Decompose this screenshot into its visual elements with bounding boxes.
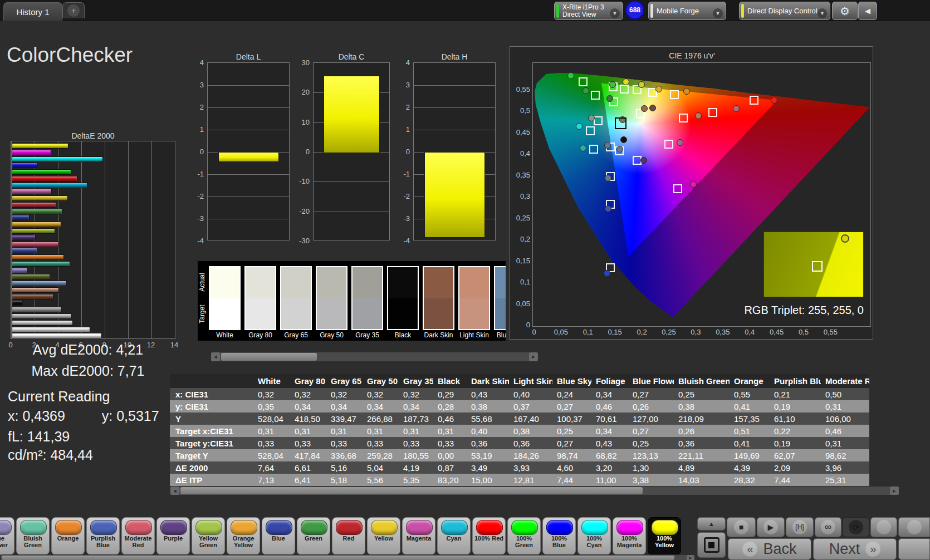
strip-scrollbar[interactable]: ◄ ► <box>211 352 539 362</box>
patch-button-label: 100% Yellow <box>649 535 679 548</box>
cie-measured-dot <box>588 115 595 121</box>
blank-transport-button[interactable] <box>870 517 897 537</box>
table-cell: 0,25 <box>552 426 591 436</box>
scroll-left-icon[interactable]: ◄ <box>170 487 179 495</box>
table-cell: 0,25 <box>628 439 674 448</box>
play-button[interactable]: ▶ <box>757 517 785 537</box>
stop-button[interactable]: ■ <box>727 517 756 537</box>
patch-button-100-yellow[interactable]: 100% Yellow <box>648 517 681 555</box>
clipped-transport-button[interactable] <box>898 517 930 537</box>
cie-target-square <box>591 91 600 100</box>
patch-button-label: 100% Blue <box>544 535 574 548</box>
patch-button-orange-yellow[interactable]: Orange Yellow <box>227 517 260 555</box>
scroll-left-icon[interactable]: ◄ <box>211 352 220 361</box>
patch-bar-scrollbar-thumb[interactable] <box>2 556 674 560</box>
axis-tick-label: 30 <box>291 58 310 67</box>
patch-button-moderate-red[interactable]: Moderate Red <box>121 517 155 555</box>
strip-scrollbar-thumb[interactable] <box>221 353 317 361</box>
patch-bar-scrollbar[interactable]: ► <box>0 554 695 560</box>
column-header-gray-35: Gray 35 <box>399 376 433 386</box>
axis-tick-label: 0,4 <box>511 149 530 158</box>
infinity-icon: ∞ <box>821 520 835 534</box>
table-cell: 187,73 <box>399 414 433 424</box>
axis-tick-label: 0 <box>511 321 530 329</box>
table-cell: 0,38 <box>509 426 552 436</box>
settings-button[interactable]: ⚙ <box>832 2 858 20</box>
tab-history-1[interactable]: History 1 <box>3 2 62 21</box>
table-cell: 218,09 <box>674 414 730 424</box>
table-cell: 180,55 <box>399 451 433 460</box>
patch-button-cyan[interactable]: Cyan <box>437 517 471 555</box>
deltae-bar-100-blue <box>12 163 38 168</box>
back-button[interactable]: « Back <box>728 538 811 560</box>
patch-button-bluish-green[interactable]: Bluish Green <box>16 517 50 555</box>
clipped-next-button[interactable] <box>898 538 930 560</box>
patch-button-100-red[interactable]: 100% Red <box>472 517 506 555</box>
patch-window-button[interactable] <box>697 532 726 558</box>
column-header-purplish-blue: Purplish Blue <box>770 376 821 386</box>
table-cell: 0,87 <box>433 463 467 473</box>
back-label: Back <box>763 541 796 558</box>
loop-button[interactable]: ∞ <box>815 517 841 537</box>
patch-button-100-cyan[interactable]: 100% Cyan <box>577 517 611 555</box>
collapse-panel-button[interactable]: ◀ <box>858 2 877 20</box>
patch-button-purple[interactable]: Purple <box>156 517 190 555</box>
gridline <box>414 85 495 86</box>
patch-button-purplish-blue[interactable]: Purplish Blue <box>86 517 120 555</box>
table-cell: 0,27 <box>552 439 591 448</box>
table-cell: 418,50 <box>290 414 326 424</box>
table-cell: 4,60 <box>552 463 591 473</box>
next-button[interactable]: Next » <box>813 538 897 560</box>
patch-button-blue-flower[interactable]: Blue Flower <box>0 517 14 555</box>
cie-measured-dot <box>604 142 611 149</box>
patch-blue-sky <box>494 266 506 330</box>
swatch-color <box>476 520 503 535</box>
patch-button-orange[interactable]: Orange <box>51 517 85 555</box>
table-cell: 0,31 <box>821 402 869 411</box>
current-patch-inset <box>763 232 864 297</box>
patch-button-magenta[interactable]: Magenta <box>402 517 435 555</box>
meter-dropdown[interactable]: X-Rite i1Pro 3 Direct View ▼ <box>554 2 623 20</box>
refresh-button[interactable]: ⟳ <box>843 517 869 537</box>
deltae-bar-light-skin <box>12 287 59 293</box>
patch-button-yellow-green[interactable]: Yellow Green <box>192 517 225 555</box>
patch-name: Gray 65 <box>280 331 312 339</box>
scroll-right-icon[interactable]: ► <box>890 487 899 495</box>
scroll-right-icon[interactable]: ► <box>529 352 538 361</box>
table-cell: 4,39 <box>730 463 770 473</box>
deltae-bar-bluish-green <box>12 261 70 267</box>
gridline <box>208 219 289 219</box>
patch-target-swatch <box>281 298 311 330</box>
column-header-foliage: Foliage <box>591 376 628 386</box>
patch-list-up-button[interactable]: ▲ <box>697 517 726 530</box>
hold-button[interactable]: [H] <box>786 517 814 537</box>
axis-tick-label: 1 <box>185 125 204 134</box>
table-cell: 0,33 <box>253 439 290 448</box>
patch-button-100-blue[interactable]: 100% Blue <box>542 517 576 555</box>
scroll-right-icon[interactable]: ► <box>687 555 694 560</box>
swatch-color <box>55 520 82 535</box>
gridline <box>414 107 495 108</box>
patch-button-100-magenta[interactable]: 100% Magenta <box>613 517 646 555</box>
patch-button-100-green[interactable]: 100% Green <box>507 517 541 555</box>
source-dropdown[interactable]: Mobile Forge ▼ <box>648 2 726 20</box>
axis-tick-label: 0,4 <box>745 328 755 336</box>
workflow-dropdown[interactable]: Direct Display Control ▼ <box>739 2 830 20</box>
patch-button-blue[interactable]: Blue <box>262 517 295 555</box>
cie-measured-dot <box>616 146 623 153</box>
table-cell: 0,19 <box>770 402 821 411</box>
cie-target-square <box>670 90 679 99</box>
table-scrollbar[interactable]: ◄ ► <box>170 486 899 495</box>
patch-button-red[interactable]: Red <box>332 517 365 555</box>
delta-chart-title: Delta H <box>413 52 496 61</box>
table-cell: 98,62 <box>821 451 869 460</box>
new-tab-button[interactable]: + <box>62 2 85 18</box>
meter-mode: Direct View <box>562 11 596 18</box>
table-cell: 83,20 <box>433 475 467 485</box>
deltae-bar-gray-65 <box>12 320 73 326</box>
table-scrollbar-thumb[interactable] <box>180 487 643 494</box>
patch-button-green[interactable]: Green <box>297 517 330 555</box>
patch-button-label: 100% Green <box>509 535 539 548</box>
patch-button-yellow[interactable]: Yellow <box>367 517 400 555</box>
cie-current-square <box>615 117 626 129</box>
